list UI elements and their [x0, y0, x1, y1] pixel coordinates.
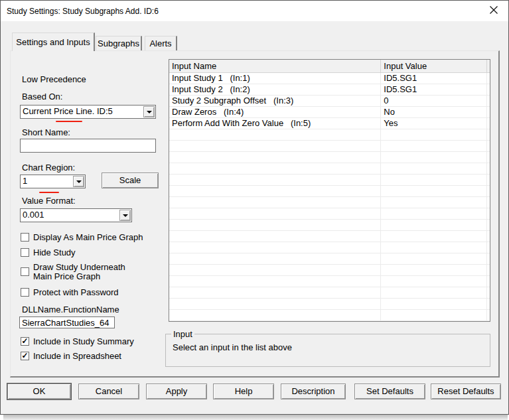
checkbox-box[interactable]: ✓ — [21, 337, 29, 346]
red-underline-annotation — [56, 121, 82, 122]
input-value-cell[interactable]: 0 — [381, 96, 487, 106]
short-name-label: Short Name: — [22, 127, 70, 137]
column-header-input-value[interactable]: Input Value — [381, 60, 487, 72]
input-name-cell — [169, 197, 381, 208]
table-row-empty — [169, 141, 490, 152]
input-value-cell — [381, 231, 487, 242]
close-button[interactable] — [482, 1, 505, 21]
table-row[interactable]: Draw Zeros (In:4)No — [169, 107, 490, 118]
apply-button[interactable]: Apply — [146, 384, 207, 399]
row-spacer-cell — [487, 287, 490, 298]
table-row-empty — [169, 186, 490, 197]
input-value-cell[interactable]: Yes — [381, 118, 487, 129]
tab-subgraphs[interactable]: Subgraphs — [96, 36, 142, 50]
tab-settings-and-inputs[interactable]: Settings and Inputs — [12, 33, 95, 51]
help-button[interactable]: Help — [213, 384, 274, 399]
input-value-cell[interactable]: No — [381, 107, 487, 117]
column-header-spacer — [487, 60, 490, 72]
input-name-cell[interactable]: Perform Add With Zero Value (In:5) — [169, 118, 381, 129]
input-groupbox: Input Select an input in the list above — [165, 334, 490, 367]
dll-function-input[interactable]: SierraChartStudies_64 — [19, 316, 115, 328]
table-row-empty — [169, 163, 490, 175]
checkbox-include-in-spreadsheet[interactable]: ✓ Include in Spreadsheet — [21, 351, 121, 361]
row-spacer-cell — [487, 175, 490, 185]
input-value-cell — [381, 287, 487, 298]
title-bar: Study Settings: Study Subgraphs Add. ID:… — [1, 1, 508, 21]
input-name-cell — [169, 253, 381, 264]
tab-label: Alerts — [149, 38, 171, 48]
row-spacer-cell[interactable] — [487, 84, 490, 95]
reset-defaults-button[interactable]: Reset Defaults — [431, 384, 501, 399]
input-name-cell[interactable]: Draw Zeros (In:4) — [169, 107, 381, 117]
checkbox-label: Display As Main Price Graph — [33, 232, 143, 242]
row-spacer-cell — [487, 163, 490, 174]
dropdown-arrow-icon[interactable] — [73, 176, 84, 187]
input-value-cell[interactable]: ID5.SG1 — [381, 84, 487, 95]
checkbox-box[interactable]: ✓ — [21, 352, 29, 360]
input-name-cell[interactable]: Study 2 Subgraph Offset (In:3) — [169, 96, 381, 106]
checkbox-hide-study[interactable]: Hide Study — [21, 247, 76, 257]
checkbox-include-in-study-summary[interactable]: ✓ Include in Study Summary — [21, 336, 134, 346]
tab-label: Subgraphs — [98, 38, 139, 48]
checkbox-draw-study-underneath[interactable]: Draw Study Underneath Main Price Graph — [21, 262, 133, 281]
input-value-cell — [381, 175, 487, 185]
row-spacer-cell — [487, 321, 490, 322]
input-value-cell — [381, 186, 487, 196]
input-name-cell — [169, 321, 381, 322]
chart-region-value: 1 — [21, 175, 72, 188]
short-name-input[interactable] — [20, 139, 156, 153]
input-value-cell — [381, 197, 487, 208]
ok-button[interactable]: OK — [7, 384, 71, 399]
precedence-label: Low Precedence — [22, 74, 86, 84]
column-header-input-name[interactable]: Input Name — [169, 60, 381, 72]
table-row-empty — [169, 276, 490, 287]
input-value-cell[interactable]: ID5.SG1 — [381, 73, 487, 84]
table-row-empty — [169, 208, 490, 220]
scale-button[interactable]: Scale — [102, 173, 159, 188]
checkbox-protect-with-password[interactable]: Protect with Password — [21, 287, 119, 297]
table-row-empty — [169, 242, 490, 253]
value-format-combobox[interactable]: 0.001 — [20, 208, 132, 222]
table-row-empty — [169, 265, 490, 276]
table-row-empty — [169, 152, 490, 163]
input-value-cell — [381, 129, 487, 140]
tab-alerts[interactable]: Alerts — [145, 36, 177, 50]
input-value-cell — [381, 220, 487, 230]
row-spacer-cell — [487, 299, 490, 309]
row-spacer-cell — [487, 129, 490, 140]
value-format-label: Value Format: — [22, 196, 76, 206]
checkbox-label: Include in Spreadsheet — [33, 351, 121, 361]
table-row[interactable]: Study 2 Subgraph Offset (In:3)0 — [169, 96, 490, 107]
table-row[interactable]: Input Study 2 (In:2)ID5.SG1 — [169, 84, 490, 96]
cancel-button[interactable]: Cancel — [78, 384, 139, 399]
table-row-empty — [169, 220, 490, 231]
table-row[interactable]: Perform Add With Zero Value (In:5)Yes — [169, 118, 490, 129]
input-name-cell — [169, 208, 381, 219]
dropdown-arrow-icon[interactable] — [143, 106, 155, 117]
row-spacer-cell — [487, 231, 490, 242]
row-spacer-cell — [487, 186, 490, 196]
set-defaults-button[interactable]: Set Defaults — [354, 384, 425, 399]
input-value-cell — [381, 152, 487, 163]
table-row[interactable]: Input Study 1 (In:1)ID5.SG1 — [169, 73, 490, 84]
checkbox-box[interactable] — [21, 233, 29, 242]
based-on-combobox[interactable]: Current Price Line. ID:5 — [20, 105, 156, 119]
input-value-cell — [381, 208, 487, 219]
input-name-cell — [169, 175, 381, 185]
row-spacer-cell[interactable] — [487, 118, 490, 129]
table-row-empty — [169, 299, 490, 310]
description-button[interactable]: Description — [281, 384, 346, 399]
checkbox-box[interactable] — [21, 288, 29, 297]
input-name-cell[interactable]: Input Study 1 (In:1) — [169, 73, 381, 84]
row-spacer-cell — [487, 220, 490, 230]
row-spacer-cell[interactable] — [487, 73, 490, 84]
chart-region-combobox[interactable]: 1 — [20, 175, 86, 188]
input-name-cell[interactable]: Input Study 2 (In:2) — [169, 84, 381, 95]
checkbox-display-as-main-price-graph[interactable]: Display As Main Price Graph — [21, 232, 143, 242]
row-spacer-cell[interactable] — [487, 96, 490, 106]
checkbox-box[interactable] — [21, 267, 29, 276]
dropdown-arrow-icon[interactable] — [119, 210, 131, 221]
checkbox-box[interactable] — [21, 248, 29, 257]
inputs-table-rows: Input Study 1 (In:1)ID5.SG1Input Study 2… — [169, 73, 490, 322]
row-spacer-cell[interactable] — [487, 107, 490, 117]
